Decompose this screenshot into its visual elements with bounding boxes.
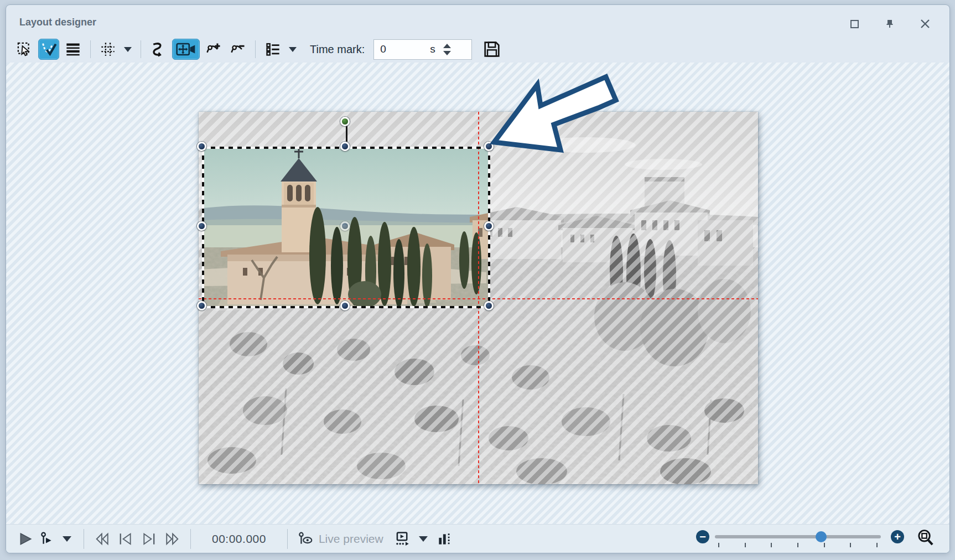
time-mark-label: Time mark: — [310, 43, 365, 56]
zoom-in-button[interactable]: + — [891, 530, 904, 543]
pin-eye-icon — [298, 532, 313, 546]
select-tool-button[interactable] — [14, 39, 35, 60]
time-mark-spin-up[interactable] — [443, 44, 451, 48]
pin-icon — [885, 19, 895, 29]
remove-keyframe-button[interactable] — [227, 39, 248, 60]
toolbar-separator — [255, 40, 256, 58]
maximize-icon — [850, 20, 859, 28]
camera-pan-icon — [175, 42, 196, 57]
footer-separator — [287, 529, 288, 549]
performance-stats-button[interactable] — [433, 529, 455, 549]
close-icon — [920, 19, 930, 29]
motion-curve-icon — [150, 41, 167, 58]
add-keyframe-icon — [205, 41, 222, 58]
display-options-icon — [265, 42, 281, 57]
camera-pan-button[interactable] — [172, 39, 200, 60]
time-mark-field: s — [373, 39, 472, 60]
skip-to-end-icon — [164, 532, 180, 546]
footer-separator — [84, 529, 84, 549]
remove-keyframe-icon — [230, 41, 246, 58]
resize-handle-top-left[interactable] — [197, 142, 206, 151]
skip-to-end-button[interactable] — [160, 529, 184, 549]
play-from-time-mark-icon — [39, 532, 54, 546]
zoom-fit-button[interactable] — [916, 528, 935, 547]
select-tool-icon — [17, 42, 32, 57]
play-from-time-mark-button[interactable] — [36, 529, 57, 549]
live-preview-toggle[interactable] — [294, 529, 316, 549]
show-motion-path-button[interactable] — [38, 39, 59, 60]
display-options-button[interactable] — [262, 39, 283, 60]
maximize-button[interactable] — [849, 18, 860, 29]
add-keyframe-button[interactable] — [203, 39, 224, 60]
save-icon — [483, 40, 501, 58]
close-button[interactable] — [920, 18, 931, 29]
zoom-fit-icon — [916, 528, 935, 547]
render-options-dropdown-arrow[interactable] — [419, 536, 428, 542]
play-button[interactable] — [15, 529, 36, 549]
resize-handle-bottom-center[interactable] — [340, 301, 350, 310]
resize-handle-middle-left[interactable] — [197, 221, 206, 231]
transport-bar: 00:00.000 Live preview — [6, 524, 949, 553]
display-options-dropdown-arrow[interactable] — [289, 47, 297, 52]
titlebar: Layout designer — [6, 5, 949, 35]
resize-handle-middle-right[interactable] — [484, 221, 494, 231]
object-stack-button[interactable] — [63, 39, 84, 60]
next-keyframe-button[interactable] — [137, 529, 160, 549]
previous-keyframe-icon — [117, 532, 134, 546]
zoom-out-button[interactable]: − — [696, 530, 709, 543]
toolbar-separator — [90, 40, 91, 58]
time-display: 00:00.000 — [212, 532, 266, 546]
layout-designer-window: Layout designer — [6, 4, 950, 553]
skip-to-start-icon — [94, 532, 111, 546]
live-preview-label: Live preview — [319, 532, 383, 546]
grid-icon — [100, 42, 116, 57]
toolbar-separator — [141, 40, 141, 58]
time-mark-unit: s — [430, 43, 435, 55]
performance-stats-icon — [437, 531, 452, 547]
center-guide-horizontal — [199, 298, 758, 299]
zoom-slider-thumb[interactable] — [816, 531, 827, 542]
grid-dropdown-arrow[interactable] — [124, 47, 132, 52]
object-stack-icon — [65, 42, 81, 57]
footer-separator — [190, 529, 191, 549]
main-toolbar: Time mark: s — [14, 37, 504, 61]
pin-button[interactable] — [884, 18, 895, 29]
zoom-controls: − + — [696, 527, 935, 548]
rotation-handle[interactable] — [340, 117, 350, 126]
skip-to-start-button[interactable] — [91, 529, 114, 549]
next-keyframe-icon — [141, 532, 157, 546]
render-preview-button[interactable] — [390, 529, 413, 549]
callout-arrow — [487, 69, 626, 157]
save-keyframes-button[interactable] — [480, 39, 504, 59]
canvas-area[interactable] — [6, 63, 949, 525]
time-mark-input[interactable] — [379, 43, 430, 56]
motion-path-icon — [40, 41, 57, 58]
time-mark-spin-down[interactable] — [443, 51, 451, 55]
previous-keyframe-button[interactable] — [114, 529, 137, 549]
resize-handle-top-center[interactable] — [340, 142, 350, 151]
grid-button[interactable] — [97, 39, 118, 60]
zoom-slider-track[interactable] — [715, 535, 881, 538]
render-preview-icon — [393, 531, 410, 547]
window-title: Layout designer — [19, 17, 96, 28]
resize-handle-bottom-left[interactable] — [197, 301, 206, 310]
play-icon — [18, 532, 33, 546]
zoom-slider-ticks — [718, 543, 878, 547]
move-handle-center[interactable] — [340, 221, 350, 231]
resize-handle-bottom-right[interactable] — [484, 301, 494, 310]
slide-canvas[interactable] — [199, 112, 758, 484]
play-options-dropdown-arrow[interactable] — [63, 536, 71, 542]
motion-curve-button[interactable] — [148, 39, 169, 60]
